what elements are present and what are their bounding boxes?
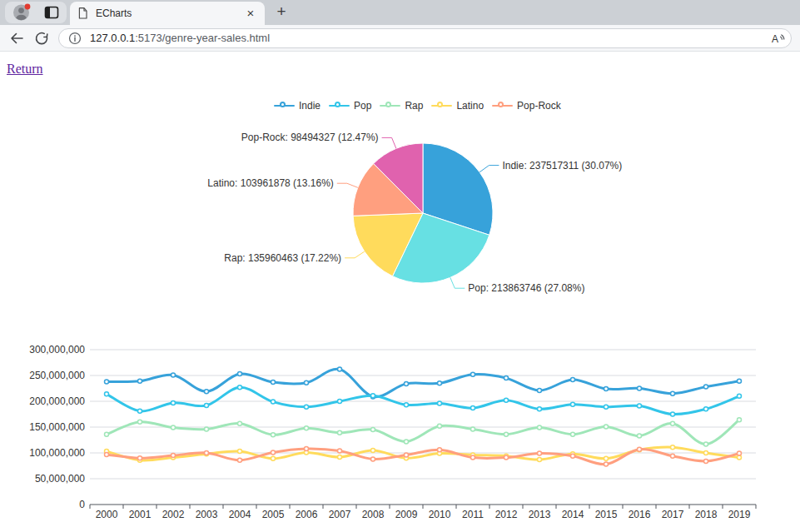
pie-labelline-rap xyxy=(345,251,365,258)
read-aloud-button[interactable]: A xyxy=(769,30,786,47)
data-point-marker xyxy=(405,403,409,407)
data-point-marker xyxy=(504,398,509,402)
data-point-marker xyxy=(138,456,142,460)
data-point-marker xyxy=(571,378,575,382)
browser-tab-echarts[interactable]: ECharts × xyxy=(70,2,265,25)
data-point-marker xyxy=(471,427,475,431)
data-point-marker xyxy=(471,372,475,376)
refresh-button[interactable] xyxy=(33,30,50,47)
svg-text:200,000,000: 200,000,000 xyxy=(29,395,85,407)
tab-actions-button[interactable] xyxy=(43,4,60,21)
data-point-marker xyxy=(105,452,109,456)
data-point-marker xyxy=(205,427,209,431)
site-info-button[interactable] xyxy=(67,31,82,46)
data-point-marker xyxy=(571,454,575,458)
new-tab-button[interactable]: + xyxy=(271,2,291,22)
data-point-marker xyxy=(671,421,675,425)
data-point-marker xyxy=(438,401,442,405)
back-button[interactable] xyxy=(8,30,25,47)
data-point-marker xyxy=(238,450,242,454)
data-point-marker xyxy=(371,428,375,432)
profile-avatar-button[interactable] xyxy=(12,2,32,22)
svg-text:2011: 2011 xyxy=(462,509,484,520)
data-point-marker xyxy=(138,409,142,413)
data-point-marker xyxy=(405,381,409,385)
data-point-marker xyxy=(638,434,642,438)
svg-text:A: A xyxy=(772,32,778,44)
url-path: :5173/genre-year-sales.html xyxy=(135,32,270,44)
pie-label-pop: Pop: 213863746 (27.08%) xyxy=(468,282,584,294)
data-point-marker xyxy=(738,379,742,383)
line-series-rap[interactable] xyxy=(105,418,742,446)
data-point-marker xyxy=(604,456,609,460)
svg-text:2012: 2012 xyxy=(495,509,518,520)
svg-text:2005: 2005 xyxy=(262,509,285,520)
data-point-marker xyxy=(504,455,509,460)
back-arrow-icon xyxy=(8,30,25,47)
data-point-marker xyxy=(538,407,542,411)
url-host: 127.0.0.1 xyxy=(90,32,135,44)
svg-text:2003: 2003 xyxy=(196,509,218,520)
svg-text:150,000,000: 150,000,000 xyxy=(29,421,85,433)
data-point-marker xyxy=(105,380,109,384)
data-point-marker xyxy=(338,449,342,453)
svg-text:2009: 2009 xyxy=(395,509,418,520)
data-point-marker xyxy=(704,385,708,389)
line-series-indie[interactable] xyxy=(105,367,742,399)
page-content: Return IndiePopRapLatinoPop-Rock Indie: … xyxy=(0,52,800,531)
data-point-marker xyxy=(538,458,542,462)
data-point-marker xyxy=(638,404,642,408)
workspaces-icon xyxy=(43,4,60,21)
pie-label-latino: Latino: 103961878 (13.16%) xyxy=(207,177,333,189)
data-point-marker xyxy=(738,394,742,398)
data-point-marker xyxy=(105,392,109,396)
data-point-marker xyxy=(571,432,575,436)
y-axis-labels: 050,000,000100,000,000150,000,000200,000… xyxy=(29,344,85,510)
data-point-marker xyxy=(538,425,542,430)
tab-close-button[interactable]: × xyxy=(243,6,258,21)
pie-chart: Indie: 237517311 (30.07%)Pop: 213863746 … xyxy=(0,101,800,309)
data-point-marker xyxy=(438,381,442,385)
data-point-marker xyxy=(671,445,675,450)
data-point-marker xyxy=(238,421,242,425)
data-point-marker xyxy=(338,400,342,404)
svg-text:2015: 2015 xyxy=(595,509,618,520)
svg-text:2002: 2002 xyxy=(162,509,185,520)
data-point-marker xyxy=(371,394,375,398)
data-point-marker xyxy=(238,458,242,462)
data-point-marker xyxy=(671,412,675,416)
data-point-marker xyxy=(604,425,609,429)
data-point-marker xyxy=(471,455,475,460)
pie-labelline-pop xyxy=(450,277,465,288)
return-link[interactable]: Return xyxy=(7,62,43,77)
data-point-marker xyxy=(538,451,542,455)
refresh-icon xyxy=(33,30,50,47)
svg-text:2019: 2019 xyxy=(728,509,751,520)
data-point-marker xyxy=(338,455,342,460)
data-point-marker xyxy=(571,402,575,406)
svg-text:100,000,000: 100,000,000 xyxy=(29,447,85,459)
data-point-marker xyxy=(405,440,409,444)
data-point-marker xyxy=(405,453,409,457)
data-point-marker xyxy=(504,432,509,436)
data-point-marker xyxy=(604,387,609,391)
avatar-icon xyxy=(12,2,32,22)
svg-text:2000: 2000 xyxy=(96,509,118,520)
pie-label-indie: Indie: 237517311 (30.07%) xyxy=(502,160,622,172)
data-point-marker xyxy=(171,425,176,430)
data-point-marker xyxy=(271,400,276,404)
data-point-marker xyxy=(238,372,242,376)
data-point-marker xyxy=(704,459,708,463)
data-point-marker xyxy=(738,418,742,422)
tab-title: ECharts xyxy=(96,7,243,19)
data-point-marker xyxy=(138,420,142,424)
data-point-marker xyxy=(205,404,209,408)
data-point-marker xyxy=(171,373,176,377)
data-point-marker xyxy=(438,448,442,452)
address-bar[interactable]: 127.0.0.1:5173/genre-year-sales.html A xyxy=(58,28,792,48)
data-point-marker xyxy=(604,405,609,409)
data-point-marker xyxy=(438,424,442,428)
data-point-marker xyxy=(338,367,342,371)
svg-text:2006: 2006 xyxy=(296,509,318,520)
pie-label-pop-rock: Pop-Rock: 98494327 (12.47%) xyxy=(241,132,379,143)
